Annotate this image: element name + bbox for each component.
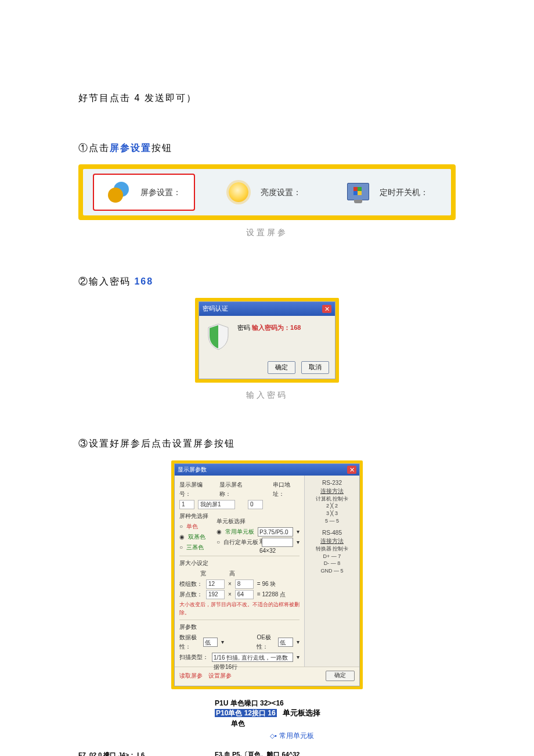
select-custom-unit[interactable] bbox=[262, 538, 293, 547]
cancel-button[interactable]: 取消 bbox=[301, 361, 329, 374]
brightness-button[interactable]: 亮度设置： bbox=[214, 175, 314, 210]
matrix-h[interactable]: 8 bbox=[235, 579, 254, 589]
unit-select-label: 单元板选择 bbox=[283, 708, 320, 717]
points-result: = 12288 点 bbox=[257, 590, 286, 599]
unit-preview-block: P1U 单色噪口 32><16 P10单色 12接口 16 单元板选择 单色 bbox=[78, 699, 456, 729]
screen-param-label: 屏参设置： bbox=[140, 186, 181, 199]
radio-icon[interactable]: ◉ bbox=[217, 527, 222, 537]
input-addr[interactable]: 0 bbox=[248, 500, 263, 509]
card-label: 控制卡 bbox=[333, 546, 348, 552]
scan-select[interactable]: 1/16 扫描, 直行走线，一路数据带16行 bbox=[212, 653, 293, 662]
chevron-down-icon[interactable]: ▾ bbox=[297, 638, 300, 647]
step1: ①点击屏参设置按钮 bbox=[78, 141, 456, 156]
password-dialog-frame: 密码认证 ✕ 密码 输入密码为：168 确定 取消 bbox=[195, 298, 339, 383]
step1-prefix: ①点击 bbox=[78, 143, 110, 153]
rs485-title: RS-485 bbox=[308, 529, 356, 537]
password-hint: 输入密码为：168 bbox=[252, 324, 301, 331]
chevron-down-icon[interactable]: ▾ bbox=[297, 527, 300, 537]
gears-icon bbox=[107, 181, 130, 204]
rs232-lines: 2 ╳ 2 3 ╳ 3 5 — 5 bbox=[308, 502, 356, 524]
password-row: 密码 输入密码为：168 bbox=[237, 323, 301, 333]
diamond-icon: ◇• bbox=[270, 732, 277, 739]
input-screen-name[interactable]: 我的屏1 bbox=[198, 500, 235, 509]
radio-tri[interactable]: 三基色 bbox=[186, 543, 204, 552]
matrix-label: 模组数： bbox=[179, 579, 203, 589]
password-dialog: 密码认证 ✕ 密码 输入密码为：168 确定 取消 bbox=[199, 301, 335, 379]
common-unit-row: ◇•常用单元板 bbox=[78, 730, 456, 741]
unit-line1: P1U 单色噪口 32><16 bbox=[215, 699, 456, 708]
step1-highlight: 屏参设置 bbox=[110, 143, 151, 153]
if-title: 屏参数 bbox=[179, 622, 300, 632]
chevron-down-icon[interactable]: ▾ bbox=[297, 653, 300, 662]
bottom-left: F7. 02 0 携口 J4>： L6 bbox=[78, 750, 145, 757]
points-h[interactable]: 64 bbox=[235, 590, 254, 599]
scan-label: 扫描类型： bbox=[179, 653, 208, 662]
brightness-label: 亮度设置： bbox=[261, 186, 301, 199]
radio-icon[interactable]: ○ bbox=[179, 543, 183, 552]
radio-dual[interactable]: 双基色 bbox=[188, 532, 205, 542]
set-param-link[interactable]: 设置屏参 bbox=[208, 671, 232, 681]
close-icon[interactable]: ✕ bbox=[347, 466, 356, 474]
radio-icon[interactable]: ○ bbox=[179, 522, 183, 531]
param-title: 显示屏参数 bbox=[178, 465, 207, 474]
rs232-title: RS-232 bbox=[308, 479, 356, 487]
step1-suffix: 按钮 bbox=[151, 143, 172, 153]
select-common-unit[interactable]: P3.75/P5.0双色 08接口 64×32 bbox=[258, 527, 293, 537]
axis-w: 宽 bbox=[200, 569, 206, 578]
common-unit-link[interactable]: 常用单元板 bbox=[279, 732, 314, 740]
rs485-method: 连接方法 bbox=[308, 537, 356, 545]
matrix-w[interactable]: 12 bbox=[206, 579, 225, 589]
toolbar-inner: 屏参设置： 亮度设置： 定时开关机： bbox=[83, 169, 451, 215]
monitor-icon bbox=[346, 181, 369, 204]
toolbar-caption: 设置屏参 bbox=[78, 226, 456, 239]
card-label: 控制卡 bbox=[333, 496, 348, 502]
step2: ②输入密码 168 bbox=[78, 274, 456, 289]
radio-common[interactable]: 常用单元板 bbox=[225, 527, 254, 537]
ok-button[interactable]: 确定 bbox=[268, 361, 295, 374]
password-label: 密码 bbox=[237, 324, 250, 331]
param-left: 显示屏编号： 显示屏名称： 串口地址： 1 我的屏1 0 屏种先选择 ○单色 ◉… bbox=[175, 476, 304, 667]
param-dialog: 显示屏参数 ✕ 显示屏编号： 显示屏名称： 串口地址： 1 我的屏1 0 屏种先… bbox=[174, 463, 360, 686]
toolbar-panel: 屏参设置： 亮度设置： 定时开关机： bbox=[78, 164, 456, 220]
lbl-addr: 串口地址： bbox=[273, 480, 300, 499]
size-warning: 大小改变后，屏节目内容不改。不适合的边框将被删除。 bbox=[179, 600, 300, 617]
input-screen-no[interactable]: 1 bbox=[179, 500, 194, 509]
x: × bbox=[228, 590, 232, 599]
points-w[interactable]: 192 bbox=[206, 590, 225, 599]
radio-icon[interactable]: ○ bbox=[217, 538, 220, 547]
screen-param-button[interactable]: 屏参设置： bbox=[93, 174, 195, 211]
pc-label: 计算机 bbox=[316, 496, 331, 502]
read-param-link[interactable]: 读取屏参 bbox=[179, 671, 203, 681]
timer-label: 定时开关机： bbox=[380, 186, 428, 199]
unit-selected[interactable]: P10单色 12接口 16 bbox=[215, 709, 277, 717]
conv-label: 转换器 bbox=[316, 546, 331, 552]
radio-custom[interactable]: 自行定单元板 bbox=[223, 538, 258, 547]
dialog-titlebar: 密码认证 ✕ bbox=[199, 302, 335, 316]
lbl-screen-no: 显示屏编号： bbox=[179, 480, 211, 499]
oe-polarity-select[interactable]: 低 bbox=[278, 638, 293, 647]
points-label: 屏点数： bbox=[179, 590, 203, 599]
radio-icon[interactable]: ◉ bbox=[179, 532, 185, 542]
intro-text: 好节目点击 4 发送即可） bbox=[78, 91, 456, 106]
dialog-title: 密码认证 bbox=[203, 304, 228, 314]
sun-icon bbox=[227, 181, 250, 204]
password-caption: 输入密码 bbox=[78, 388, 456, 401]
data-polarity-label: 数据极性： bbox=[179, 633, 200, 651]
timer-button[interactable]: 定时开关机： bbox=[333, 175, 441, 210]
rs232-method: 连接方法 bbox=[308, 487, 356, 495]
lbl-screen-name: 显示屏名称： bbox=[219, 480, 251, 499]
step2-code: 168 bbox=[134, 276, 153, 286]
param-ok-button[interactable]: 确定 bbox=[326, 671, 355, 681]
param-dialog-frame: 显示屏参数 ✕ 显示屏编号： 显示屏名称： 串口地址： 1 我的屏1 0 屏种先… bbox=[171, 460, 363, 689]
chevron-down-icon[interactable]: ▾ bbox=[297, 538, 300, 547]
chevron-down-icon[interactable]: ▾ bbox=[221, 638, 224, 647]
data-polarity-select[interactable]: 低 bbox=[203, 638, 218, 647]
radio-single[interactable]: 单色 bbox=[186, 522, 198, 531]
rs485-lines: D+ — 7 D- — 8 GND — 5 bbox=[308, 553, 356, 575]
param-right: RS-232 连接方法 计算机 控制卡 2 ╳ 2 3 ╳ 3 5 — 5 RS… bbox=[304, 476, 359, 667]
axis-h: 高 bbox=[229, 569, 235, 578]
bottom-text-block: F7. 02 0 携口 J4>： L6 F3.血 P5.〔亘色。離口 64^32… bbox=[78, 750, 456, 757]
close-icon[interactable]: ✕ bbox=[322, 305, 331, 313]
unit-group-title: 单元板选择 bbox=[217, 517, 300, 526]
color-group-title: 屏种先选择 bbox=[179, 512, 213, 521]
